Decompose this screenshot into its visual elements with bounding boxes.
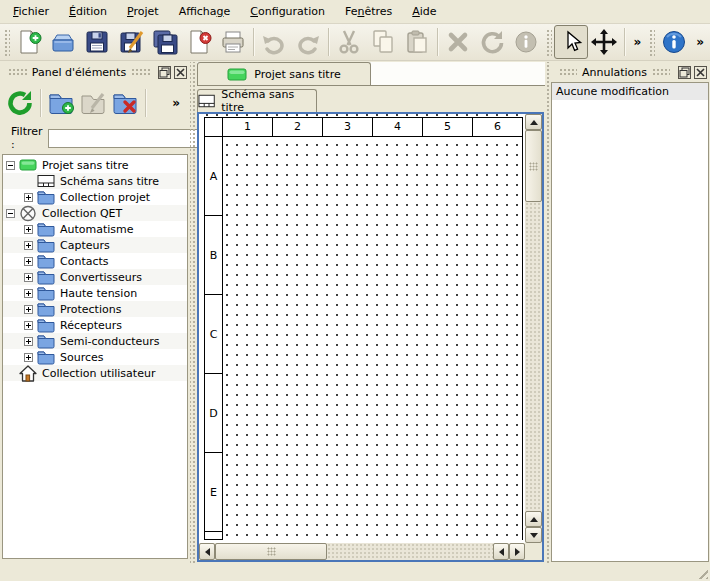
tree-item-project[interactable]: Projet sans titre: [3, 157, 187, 173]
tree-item-collection-qet[interactable]: Collection QET: [3, 205, 187, 221]
save-all-icon: [152, 29, 178, 55]
tree-item-collection-projet[interactable]: Collection projet: [3, 189, 187, 205]
tree-item-automatisme[interactable]: Automatisme: [3, 221, 187, 237]
resize-grip[interactable]: [695, 566, 708, 579]
collapse-expander-icon[interactable]: [6, 209, 15, 218]
scroll-up-button[interactable]: [525, 511, 542, 527]
undo-panel-header: Annulations: [551, 62, 710, 82]
tree-item-convertisseurs[interactable]: Convertisseurs: [3, 269, 187, 285]
tab-projet-sans-titre[interactable]: Projet sans titre: [197, 62, 371, 85]
dock-handle-texture[interactable]: [652, 68, 670, 77]
menu-edition[interactable]: Édition: [60, 2, 116, 21]
edit-category-button[interactable]: [77, 87, 109, 119]
tree-item-contacts[interactable]: Contacts: [3, 253, 187, 269]
rotate-button[interactable]: [475, 25, 509, 59]
save-as-icon: [118, 29, 144, 55]
toolbar-drag-handle[interactable]: [545, 28, 552, 56]
about-qet-button[interactable]: [657, 25, 691, 59]
column-header: 6: [473, 117, 523, 137]
dock-close-button[interactable]: [174, 66, 187, 79]
horizontal-scrollbar[interactable]: [199, 543, 525, 560]
tree-item-schema[interactable]: Schéma sans titre: [3, 173, 187, 189]
vertical-scrollbar-thumb[interactable]: [525, 130, 542, 202]
delete-icon: [445, 29, 471, 55]
tree-item-capteurs[interactable]: Capteurs: [3, 237, 187, 253]
edit-folder-icon: [79, 89, 107, 117]
undo-button[interactable]: [257, 25, 291, 59]
toolbar-separator: [253, 28, 254, 56]
thumb-grip: [529, 162, 538, 171]
delete-button[interactable]: [441, 25, 475, 59]
save-all-button[interactable]: [148, 25, 182, 59]
expand-expander-icon[interactable]: [24, 289, 33, 298]
new-category-button[interactable]: [45, 87, 77, 119]
expand-expander-icon[interactable]: [24, 257, 33, 266]
left-splitter[interactable]: [190, 62, 197, 565]
print-button[interactable]: [216, 25, 250, 59]
tree-item-collection-utilisateur[interactable]: Collection utilisateur: [3, 365, 187, 381]
tree-item-sources[interactable]: Sources: [3, 349, 187, 365]
close-project-button[interactable]: [182, 25, 216, 59]
expand-expander-icon[interactable]: [24, 193, 33, 202]
expand-expander-icon[interactable]: [24, 225, 33, 234]
dock-float-button[interactable]: [158, 66, 171, 79]
select-mode-button[interactable]: [554, 25, 588, 59]
toolbar-overflow-button[interactable]: »: [628, 35, 646, 49]
expand-expander-icon[interactable]: [24, 273, 33, 282]
qet-collection-icon: [19, 205, 37, 221]
toolbar-drag-handle[interactable]: [648, 28, 655, 56]
new-project-button[interactable]: [12, 25, 46, 59]
dock-handle-texture[interactable]: [131, 68, 150, 77]
save-button[interactable]: [80, 25, 114, 59]
save-as-button[interactable]: [114, 25, 148, 59]
dock-close-button[interactable]: [694, 66, 707, 79]
horizontal-scrollbar-thumb[interactable]: [215, 543, 327, 560]
edit-info-button[interactable]: [509, 25, 543, 59]
dock-handle-texture[interactable]: [8, 68, 27, 77]
schema-canvas[interactable]: 1 2 3 4 5 6 A B C D E: [199, 114, 525, 543]
tab-schema-sans-titre[interactable]: Schéma sans titre: [197, 89, 317, 112]
expand-expander-icon[interactable]: [24, 321, 33, 330]
toolbar-separator: [40, 89, 41, 117]
expand-expander-icon[interactable]: [24, 337, 33, 346]
scroll-up-button[interactable]: [525, 114, 542, 130]
open-project-button[interactable]: [46, 25, 80, 59]
vertical-scrollbar[interactable]: [525, 114, 542, 543]
folder-icon: [37, 285, 55, 301]
scrollbar-corner: [525, 543, 542, 560]
menu-projet[interactable]: Projet: [118, 2, 168, 21]
menu-aide[interactable]: Aide: [403, 2, 445, 21]
menu-configuration[interactable]: Configuration: [241, 2, 334, 21]
scroll-right-button[interactable]: [509, 543, 525, 560]
expand-expander-icon[interactable]: [24, 241, 33, 250]
menu-affichage[interactable]: Affichage: [170, 2, 240, 21]
scroll-left-button[interactable]: [199, 543, 215, 560]
cut-button[interactable]: [332, 25, 366, 59]
scroll-down-button[interactable]: [525, 527, 542, 543]
paste-button[interactable]: [400, 25, 434, 59]
undo-list-item[interactable]: Aucune modification: [552, 83, 708, 100]
delete-category-button[interactable]: [109, 87, 141, 119]
expand-expander-icon[interactable]: [24, 353, 33, 362]
tree-item-haute-tension[interactable]: Haute tension: [3, 285, 187, 301]
filter-input[interactable]: [48, 129, 201, 148]
refresh-collections-button[interactable]: [4, 87, 36, 119]
menu-fenetres[interactable]: Fenêtres: [336, 2, 401, 21]
move-mode-button[interactable]: [588, 25, 622, 59]
menu-fichier[interactable]: Fichier: [4, 2, 58, 21]
toolbar-drag-handle[interactable]: [3, 28, 10, 56]
scroll-left-button[interactable]: [493, 543, 509, 560]
tree-item-semi-conducteurs[interactable]: Semi-conducteurs: [3, 333, 187, 349]
undo-history-list[interactable]: Aucune modification: [551, 82, 709, 562]
collapse-expander-icon[interactable]: [6, 161, 15, 170]
dock-float-button[interactable]: [678, 66, 691, 79]
toolbar-overflow-button[interactable]: »: [691, 35, 709, 49]
tree-item-protections[interactable]: Protections: [3, 301, 187, 317]
sheet-border: [522, 117, 523, 540]
tree-item-recepteurs[interactable]: Récepteurs: [3, 317, 187, 333]
redo-button[interactable]: [291, 25, 325, 59]
expand-expander-icon[interactable]: [24, 305, 33, 314]
copy-button[interactable]: [366, 25, 400, 59]
panel-overflow-button[interactable]: »: [172, 96, 186, 110]
dock-handle-texture[interactable]: [559, 68, 577, 77]
